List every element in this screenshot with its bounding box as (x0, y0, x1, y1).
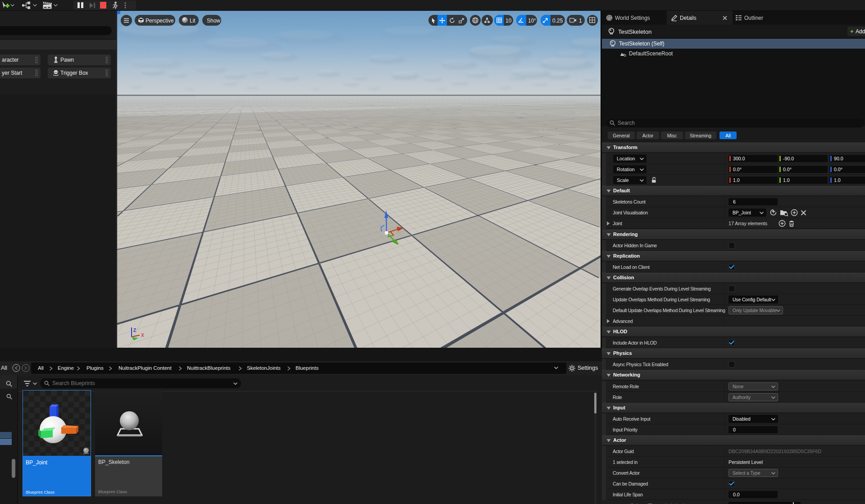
svg-text:Z: Z (133, 328, 136, 333)
svg-text:X: X (141, 333, 144, 338)
